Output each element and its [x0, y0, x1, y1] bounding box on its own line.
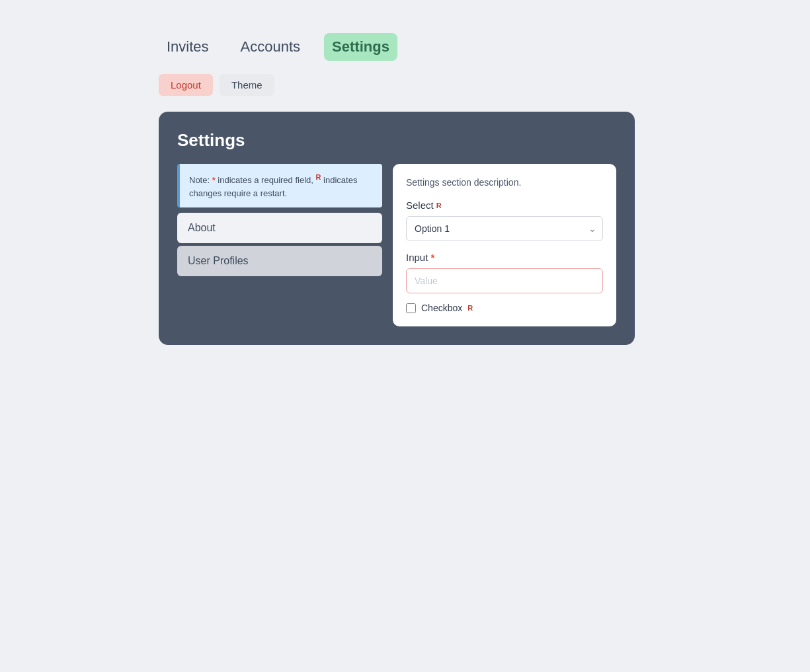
tab-invites[interactable]: Invites [159, 33, 217, 61]
note-text-middle: indicates a required field, [216, 175, 316, 185]
select-r-badge: R [436, 202, 442, 209]
checkbox-row: Checkbox R [406, 303, 603, 313]
select-label-text: Select [406, 200, 434, 211]
section-description: Settings section description. [406, 177, 603, 188]
menu-item-user-profiles[interactable]: User Profiles [177, 246, 382, 276]
checkbox-label: Checkbox [421, 303, 462, 313]
menu-item-about[interactable]: About [177, 213, 382, 243]
theme-button[interactable]: Theme [220, 74, 274, 96]
input-label: Input * [406, 252, 603, 263]
settings-card: Settings Note: * indicates a required fi… [159, 112, 635, 345]
note-box: Note: * indicates a required field, R in… [177, 164, 382, 207]
note-text: Note: [189, 175, 212, 185]
right-panel: Settings section description. Select R O… [393, 164, 616, 326]
select-wrapper: Option 1 Option 2 Option 3 ⌄ [406, 216, 603, 241]
input-label-text: Input [406, 252, 428, 263]
logout-button[interactable]: Logout [159, 74, 213, 96]
select-label: Select R [406, 200, 603, 211]
checkbox-input[interactable] [406, 303, 416, 313]
toolbar: Logout Theme [159, 74, 810, 96]
select-field[interactable]: Option 1 Option 2 Option 3 [406, 216, 603, 241]
input-field[interactable] [406, 268, 603, 293]
input-required-star: * [430, 252, 434, 263]
settings-title: Settings [177, 130, 616, 151]
tab-accounts[interactable]: Accounts [233, 33, 309, 61]
tab-settings[interactable]: Settings [324, 33, 397, 61]
settings-body: Note: * indicates a required field, R in… [177, 164, 616, 326]
checkbox-r-badge: R [467, 304, 473, 312]
nav-tabs: Invites Accounts Settings [159, 33, 810, 61]
left-panel: Note: * indicates a required field, R in… [177, 164, 382, 326]
